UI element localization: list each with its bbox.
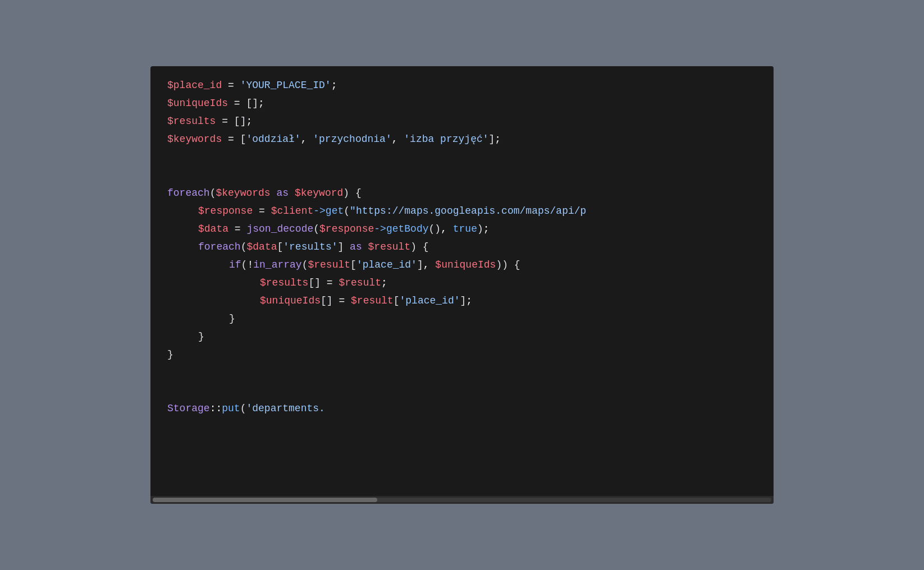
- horizontal-scrollbar[interactable]: [150, 496, 774, 504]
- token-variable: $place_id: [167, 77, 222, 94]
- token-bracket: [: [277, 239, 283, 255]
- token-bracket: []: [321, 293, 333, 309]
- code-line: $uniqueIds = [];: [167, 95, 757, 113]
- token-operator: ;: [331, 77, 337, 94]
- code-line: foreach($data['results'] as $result) {: [167, 239, 757, 257]
- token-operator: =: [253, 203, 271, 219]
- token-keyword: foreach: [167, 185, 210, 201]
- token-operator: !: [247, 257, 253, 273]
- token-paren: (: [210, 185, 216, 201]
- token-bracket: [: [394, 293, 400, 309]
- token-variable: $keywords: [167, 131, 222, 148]
- token-operator: =: [321, 275, 339, 291]
- code-line: }: [167, 311, 757, 329]
- token-keyword: as: [276, 185, 289, 201]
- token-bracket: []: [234, 113, 246, 130]
- token-variable: $data: [198, 221, 228, 237]
- token-string: "https://maps.googleapis.com/maps/api/p: [350, 203, 586, 219]
- token-paren: (: [302, 257, 308, 273]
- token-method: getBody: [386, 221, 429, 237]
- token-bracket: [: [240, 131, 246, 148]
- code-line: if(!in_array($result['place_id'], $uniqu…: [167, 257, 757, 275]
- token-plain: [362, 239, 368, 255]
- token-bracket: ]: [489, 131, 495, 148]
- token-string: 'oddział': [246, 131, 300, 148]
- code-line: $place_id = 'YOUR_PLACE_ID';: [167, 77, 757, 95]
- code-line: [167, 149, 757, 167]
- token-paren: )): [496, 257, 508, 273]
- code-line: }: [167, 347, 757, 365]
- token-arrow: ->: [313, 203, 326, 219]
- token-variable: $result: [368, 239, 411, 255]
- code-line: [167, 167, 757, 185]
- token-class: Storage: [167, 401, 210, 417]
- token-operator: ;: [495, 131, 501, 148]
- token-operator: =: [216, 113, 234, 130]
- token-variable: $data: [246, 239, 277, 255]
- code-line: $results[] = $result;: [167, 275, 757, 293]
- token-operator: =: [228, 95, 246, 112]
- token-bracket: []: [308, 275, 321, 291]
- token-bracket: ]: [417, 257, 423, 273]
- token-operator: =: [228, 221, 246, 237]
- token-string: 'YOUR_PLACE_ID': [240, 77, 331, 94]
- scrollbar-thumb[interactable]: [153, 498, 377, 502]
- token-operator: ;: [483, 221, 490, 237]
- code-line: $data = json_decode($response->getBody()…: [167, 221, 757, 239]
- token-bracket: ]: [337, 239, 344, 255]
- code-line: [167, 365, 757, 383]
- token-plain: }: [167, 347, 173, 363]
- token-keyword: foreach: [198, 239, 241, 255]
- token-string: 'izba przyjęć': [404, 131, 488, 148]
- token-plain: {: [417, 239, 429, 255]
- token-plain: }: [229, 311, 235, 327]
- token-plain: {: [349, 185, 362, 201]
- token-paren: (: [241, 257, 248, 273]
- token-keyword: as: [350, 239, 362, 255]
- token-paren: (: [313, 221, 319, 237]
- code-line: Storage::put('departments.: [167, 401, 757, 419]
- code-area[interactable]: $place_id = 'YOUR_PLACE_ID';$uniqueIds =…: [150, 66, 774, 496]
- token-operator: ::: [210, 401, 222, 417]
- code-line: $uniqueIds[] = $result['place_id'];: [167, 293, 757, 311]
- token-plain: [271, 185, 277, 201]
- token-plain: [289, 185, 295, 201]
- token-operator: ,: [423, 257, 436, 273]
- token-bracket: []: [246, 95, 258, 112]
- token-function: in_array: [253, 257, 301, 273]
- token-paren: ): [410, 239, 417, 255]
- token-operator: ,: [301, 131, 313, 148]
- token-operator: =: [333, 293, 351, 309]
- token-paren: ): [477, 221, 483, 237]
- token-true: true: [453, 221, 477, 237]
- token-variable: $uniqueIds: [167, 95, 228, 112]
- code-content: $place_id = 'YOUR_PLACE_ID';$uniqueIds =…: [150, 77, 774, 419]
- token-operator: ,: [441, 221, 453, 237]
- token-function: json_decode: [246, 221, 313, 237]
- token-operator: ;: [246, 113, 252, 130]
- token-bracket: ]: [460, 293, 466, 309]
- token-string: 'place_id': [356, 257, 417, 273]
- code-line: $keywords = ['oddział', 'przychodnia', '…: [167, 131, 757, 149]
- token-variable: $uniqueIds: [435, 257, 496, 273]
- scrollbar-track: [153, 498, 771, 502]
- token-variable: $response: [319, 221, 374, 237]
- code-line: }: [167, 329, 757, 347]
- code-line: $results = [];: [167, 113, 757, 131]
- token-plain: {: [508, 257, 520, 273]
- token-variable: $client: [271, 203, 314, 219]
- token-variable: $result: [308, 257, 350, 273]
- code-line: [167, 383, 757, 401]
- token-paren: (): [429, 221, 441, 237]
- token-operator: ;: [466, 293, 472, 309]
- token-operator: =: [222, 77, 240, 94]
- token-variable: $results: [167, 113, 216, 130]
- token-plain: [344, 239, 350, 255]
- token-method: get: [326, 203, 344, 219]
- token-operator: ;: [258, 95, 264, 112]
- code-line: foreach($keywords as $keyword) {: [167, 185, 757, 203]
- code-line: $response = $client->get("https://maps.g…: [167, 203, 757, 221]
- token-variable: $results: [260, 275, 308, 291]
- token-method: put: [222, 401, 240, 417]
- token-variable: $result: [351, 293, 394, 309]
